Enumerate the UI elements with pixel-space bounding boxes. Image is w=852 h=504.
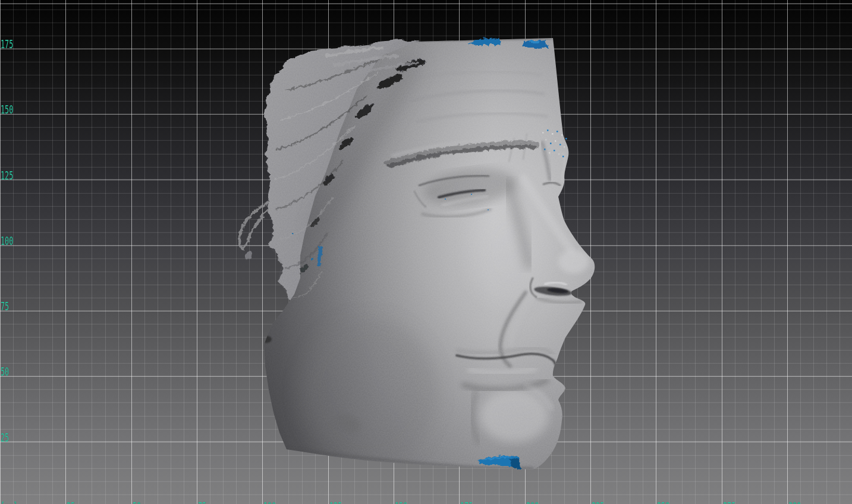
x-axis-label: 225 (592, 501, 604, 504)
x-axis-label: 25 (67, 501, 75, 504)
y-axis-label: 150 (1, 104, 13, 115)
x-axis-label: 200 (526, 501, 539, 504)
face-mesh[interactable] (0, 0, 852, 504)
y-axis-label: 100 (1, 235, 13, 247)
x-axis-label: 300 (788, 501, 801, 504)
x-axis-label: 250 (657, 501, 669, 504)
unit-label: [mm] (1, 501, 17, 504)
y-axis-label: 125 (1, 170, 13, 181)
x-axis-label: 100 (263, 501, 276, 504)
viewport-3d[interactable]: 175 150 125 100 75 50 25 [mm] 25 50 75 1… (0, 0, 852, 504)
x-axis-label: 150 (395, 501, 407, 504)
y-axis-label: 50 (1, 366, 9, 377)
x-axis-label: 75 (198, 501, 206, 504)
x-axis-label: 175 (460, 501, 473, 504)
scan-viewport-window: 175 150 125 100 75 50 25 [mm] 25 50 75 1… (0, 0, 852, 504)
x-axis-label: 125 (329, 501, 342, 504)
x-axis-label: 50 (133, 501, 141, 504)
x-axis-label: 275 (723, 501, 735, 504)
y-axis-label: 75 (1, 301, 9, 312)
y-axis-label: 175 (1, 39, 13, 50)
y-axis-label: 25 (1, 432, 9, 443)
scan-grain-texture (238, 33, 612, 475)
